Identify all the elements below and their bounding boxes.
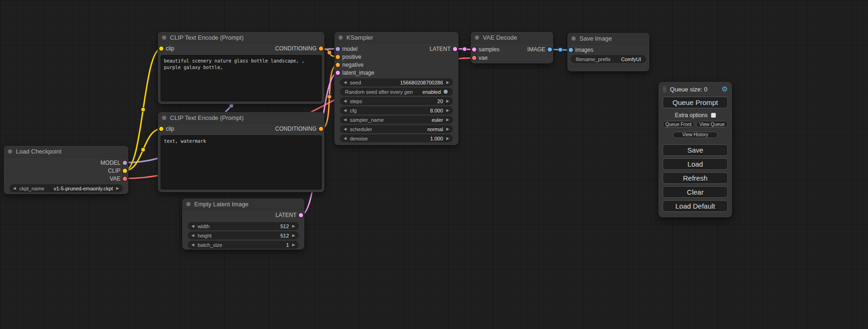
node-clip-text-encode-positive[interactable]: CLIP Text Encode (Prompt) clip CONDITION… — [158, 32, 325, 104]
decrement-arrow-icon[interactable]: ◀ — [344, 98, 346, 105]
load-button[interactable]: Load — [663, 158, 728, 170]
node-title-bar[interactable]: VAE Decode — [471, 32, 553, 43]
output-row-model: MODEL — [4, 159, 128, 167]
input-port-positive[interactable] — [336, 55, 340, 59]
output-label-latent: LATENT — [275, 212, 296, 218]
increment-arrow-icon[interactable]: ▶ — [446, 107, 449, 114]
input-port-samples[interactable] — [472, 48, 476, 52]
widget-height[interactable]: ◀ height 512 ▶ — [188, 232, 298, 239]
node-title-bar[interactable]: Save Image — [567, 33, 649, 44]
refresh-button[interactable]: Refresh — [663, 172, 728, 184]
extra-options-checkbox[interactable] — [711, 113, 716, 118]
node-save-image[interactable]: Save Image images filename_prefix ComfyU… — [567, 33, 649, 71]
widget-label: batch_size — [198, 242, 222, 248]
widget-cfg[interactable]: ◀ cfg 8.000 ▶ — [340, 107, 452, 114]
widget-value: 512 — [280, 224, 289, 229]
output-port-latent[interactable] — [453, 47, 457, 51]
increment-arrow-icon[interactable]: ▶ — [446, 135, 449, 142]
widget-ckpt-name[interactable]: ◀ ckpt_name v1-5-pruned-emaonly.ckpt ▶ — [10, 185, 122, 192]
combo-left-arrow-icon[interactable]: ◀ — [344, 116, 346, 123]
view-queue-button[interactable]: View Queue — [696, 121, 728, 127]
clear-button[interactable]: Clear — [663, 186, 728, 198]
input-port-model[interactable] — [336, 47, 340, 51]
input-port-images[interactable] — [569, 48, 573, 52]
output-port-latent[interactable] — [299, 213, 303, 217]
output-port-clip[interactable] — [123, 168, 127, 173]
widget-filename-prefix[interactable]: filename_prefix ComfyUI — [571, 56, 646, 63]
node-title-bar[interactable]: Empty Latent Image — [182, 198, 304, 210]
widget-value: enabled — [423, 89, 441, 95]
node-status-dot — [162, 116, 166, 120]
widget-sampler-name[interactable]: ◀ sampler_name euler ▶ — [340, 116, 452, 123]
widget-random-seed-toggle[interactable]: Random seed after every gen enabled — [340, 88, 452, 95]
output-row-latent: LATENT — [182, 210, 304, 220]
prompt-text-area[interactable]: text, watermark — [161, 135, 322, 189]
decrement-arrow-icon[interactable]: ◀ — [191, 232, 194, 239]
increment-arrow-icon[interactable]: ▶ — [446, 98, 449, 105]
output-port-conditioning[interactable] — [319, 127, 323, 131]
node-title-bar[interactable]: KSampler — [334, 32, 459, 43]
input-label-images: images — [575, 47, 593, 53]
settings-gear-icon[interactable]: ⚙ — [722, 85, 728, 93]
decrement-arrow-icon[interactable]: ◀ — [344, 79, 346, 86]
widget-denoise[interactable]: ◀ denoise 1.000 ▶ — [340, 135, 452, 142]
widget-scheduler[interactable]: ◀ scheduler normal ▶ — [340, 126, 452, 133]
decrement-arrow-icon[interactable]: ◀ — [344, 135, 346, 142]
combo-right-arrow-icon[interactable]: ▶ — [116, 185, 119, 192]
output-label-conditioning: CONDITIONING — [275, 45, 317, 52]
widget-value: 512 — [280, 233, 289, 238]
node-empty-latent-image[interactable]: Empty Latent Image LATENT ◀ width 512 ▶ … — [182, 198, 304, 250]
combo-right-arrow-icon[interactable]: ▶ — [446, 116, 449, 123]
node-title-bar[interactable]: Load Checkpoint — [4, 146, 128, 157]
node-status-dot — [186, 202, 191, 206]
drag-handle-icon[interactable]: ⣿ — [663, 86, 667, 92]
widget-label: denoise — [350, 136, 368, 141]
input-port-vae[interactable] — [472, 56, 476, 60]
port-row-model: model LATENT — [334, 45, 459, 53]
node-load-checkpoint[interactable]: Load Checkpoint MODEL CLIP VAE ◀ ckpt_na… — [4, 146, 128, 194]
increment-arrow-icon[interactable]: ▶ — [292, 223, 295, 230]
save-button[interactable]: Save — [663, 144, 728, 156]
output-port-model[interactable] — [123, 161, 127, 165]
combo-right-arrow-icon[interactable]: ▶ — [446, 126, 449, 133]
node-ksampler[interactable]: KSampler model LATENT positive negative … — [334, 32, 459, 145]
queue-front-button[interactable]: Queue Front — [663, 121, 694, 127]
widget-seed[interactable]: ◀ seed 156680208700286 ▶ — [340, 79, 452, 86]
toggle-indicator[interactable] — [444, 90, 448, 94]
increment-arrow-icon[interactable]: ▶ — [292, 232, 295, 239]
node-title-bar[interactable]: CLIP Text Encode (Prompt) — [158, 112, 325, 124]
widget-steps[interactable]: ◀ steps 20 ▶ — [340, 98, 452, 105]
increment-arrow-icon[interactable]: ▶ — [292, 241, 295, 248]
input-port-negative[interactable] — [336, 63, 340, 67]
node-vae-decode[interactable]: VAE Decode samples IMAGE vae — [471, 32, 553, 63]
decrement-arrow-icon[interactable]: ◀ — [191, 223, 194, 230]
input-port-latent-image[interactable] — [336, 70, 340, 75]
output-port-image[interactable] — [548, 48, 552, 52]
combo-left-arrow-icon[interactable]: ◀ — [344, 126, 346, 133]
input-port-clip[interactable] — [159, 47, 163, 51]
combo-left-arrow-icon[interactable]: ◀ — [13, 185, 16, 192]
input-port-clip[interactable] — [159, 127, 163, 131]
port-row: clip CONDITIONING — [158, 124, 325, 134]
output-port-conditioning[interactable] — [319, 47, 323, 51]
input-label-vae: vae — [479, 55, 487, 61]
queue-prompt-button[interactable]: Queue Prompt — [663, 97, 728, 108]
widget-batch-size[interactable]: ◀ batch_size 1 ▶ — [188, 241, 298, 248]
graph-canvas[interactable]: Load Checkpoint MODEL CLIP VAE ◀ ckpt_na… — [0, 0, 868, 329]
decrement-arrow-icon[interactable]: ◀ — [344, 107, 346, 114]
prompt-text-area[interactable]: beautiful scenery nature glass bottle la… — [161, 55, 322, 101]
widget-width[interactable]: ◀ width 512 ▶ — [188, 223, 298, 230]
widget-label: ckpt_name — [19, 186, 44, 191]
node-title-bar[interactable]: CLIP Text Encode (Prompt) — [158, 32, 325, 43]
load-default-button[interactable]: Load Default — [663, 200, 728, 212]
link-midpoint-dot — [463, 47, 467, 51]
decrement-arrow-icon[interactable]: ◀ — [191, 241, 194, 248]
node-clip-text-encode-negative[interactable]: CLIP Text Encode (Prompt) clip CONDITION… — [158, 112, 325, 192]
extra-options-row: Extra options — [663, 112, 728, 118]
increment-arrow-icon[interactable]: ▶ — [446, 79, 449, 86]
link-midpoint-dot — [558, 48, 563, 52]
output-port-vae[interactable] — [123, 176, 127, 181]
view-history-button[interactable]: View History — [673, 132, 718, 138]
widget-label: sampler_name — [350, 117, 384, 123]
widget-value: v1-5-pruned-emaonly.ckpt — [54, 186, 113, 191]
